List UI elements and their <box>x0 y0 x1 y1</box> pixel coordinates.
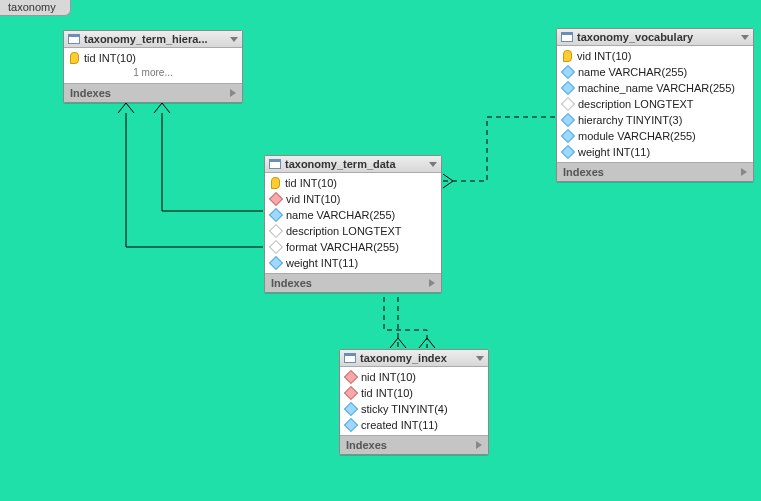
table-taxonomy-index[interactable]: taxonomy_index nid INT(10) tid INT(10) s… <box>339 349 489 455</box>
column-row[interactable]: format VARCHAR(255) <box>265 239 441 255</box>
column-list: tid INT(10) 1 more... <box>64 48 242 83</box>
column-row[interactable]: name VARCHAR(255) <box>265 207 441 223</box>
chevron-down-icon[interactable] <box>230 37 238 42</box>
key-icon <box>70 52 79 64</box>
column-row[interactable]: created INT(11) <box>340 417 488 433</box>
key-icon <box>561 145 575 159</box>
indexes-section[interactable]: Indexes <box>340 435 488 454</box>
column-row[interactable]: hierarchy TINYINT(3) <box>557 112 753 128</box>
column-row[interactable]: tid INT(10) <box>340 385 488 401</box>
column-text: module VARCHAR(255) <box>578 130 696 142</box>
expand-right-icon <box>429 279 435 287</box>
column-text: weight INT(11) <box>578 146 650 158</box>
column-text: machine_name VARCHAR(255) <box>578 82 735 94</box>
indexes-label: Indexes <box>70 87 111 99</box>
chevron-down-icon[interactable] <box>429 162 437 167</box>
column-text: tid INT(10) <box>361 387 413 399</box>
chevron-down-icon[interactable] <box>741 35 749 40</box>
column-row[interactable]: weight INT(11) <box>557 144 753 160</box>
chevron-down-icon[interactable] <box>476 356 484 361</box>
table-header[interactable]: taxonomy_index <box>340 350 488 367</box>
indexes-label: Indexes <box>271 277 312 289</box>
canvas-tab-label: taxonomy <box>8 1 56 13</box>
column-text: name VARCHAR(255) <box>578 66 687 78</box>
key-icon <box>344 418 358 432</box>
column-text: tid INT(10) <box>285 177 337 189</box>
column-row[interactable]: tid INT(10) <box>265 175 441 191</box>
table-header[interactable]: taxonomy_vocabulary <box>557 29 753 46</box>
column-row[interactable]: sticky TINYINT(4) <box>340 401 488 417</box>
canvas-tab[interactable]: taxonomy <box>0 0 71 16</box>
indexes-label: Indexes <box>346 439 387 451</box>
key-icon <box>269 256 283 270</box>
key-icon <box>269 224 283 238</box>
column-list: tid INT(10) vid INT(10) name VARCHAR(255… <box>265 173 441 273</box>
column-text: name VARCHAR(255) <box>286 209 395 221</box>
column-text: description LONGTEXT <box>578 98 694 110</box>
column-row[interactable]: nid INT(10) <box>340 369 488 385</box>
key-icon <box>561 97 575 111</box>
key-icon <box>561 81 575 95</box>
column-text: vid INT(10) <box>577 50 631 62</box>
indexes-label: Indexes <box>563 166 604 178</box>
key-icon <box>269 240 283 254</box>
more-columns-row[interactable]: 1 more... <box>64 66 242 81</box>
column-row[interactable]: weight INT(11) <box>265 255 441 271</box>
table-title: taxonomy_term_hiera... <box>84 33 226 45</box>
key-icon <box>344 370 358 384</box>
column-text: format VARCHAR(255) <box>286 241 399 253</box>
expand-right-icon <box>230 89 236 97</box>
column-text: nid INT(10) <box>361 371 416 383</box>
column-text: vid INT(10) <box>286 193 340 205</box>
table-taxonomy-term-data[interactable]: taxonomy_term_data tid INT(10) vid INT(1… <box>264 155 442 293</box>
key-icon <box>269 208 283 222</box>
column-row[interactable]: vid INT(10) <box>265 191 441 207</box>
column-row[interactable]: description LONGTEXT <box>557 96 753 112</box>
table-icon <box>68 34 80 44</box>
column-row[interactable]: machine_name VARCHAR(255) <box>557 80 753 96</box>
table-icon <box>561 32 573 42</box>
key-icon <box>561 65 575 79</box>
table-title: taxonomy_index <box>360 352 472 364</box>
table-title: taxonomy_vocabulary <box>577 31 737 43</box>
column-row[interactable]: name VARCHAR(255) <box>557 64 753 80</box>
column-row[interactable]: vid INT(10) <box>557 48 753 64</box>
column-list: nid INT(10) tid INT(10) sticky TINYINT(4… <box>340 367 488 435</box>
indexes-section[interactable]: Indexes <box>265 273 441 292</box>
table-taxonomy-term-hierarchy[interactable]: taxonomy_term_hiera... tid INT(10) 1 mor… <box>63 30 243 103</box>
expand-right-icon <box>476 441 482 449</box>
key-icon <box>271 177 280 189</box>
column-text: sticky TINYINT(4) <box>361 403 448 415</box>
table-header[interactable]: taxonomy_term_data <box>265 156 441 173</box>
column-row[interactable]: tid INT(10) <box>64 50 242 66</box>
indexes-section[interactable]: Indexes <box>557 162 753 181</box>
key-icon <box>561 113 575 127</box>
column-text: hierarchy TINYINT(3) <box>578 114 682 126</box>
column-row[interactable]: description LONGTEXT <box>265 223 441 239</box>
column-text: weight INT(11) <box>286 257 358 269</box>
key-icon <box>344 402 358 416</box>
table-icon <box>344 353 356 363</box>
expand-right-icon <box>741 168 747 176</box>
key-icon <box>563 50 572 62</box>
table-icon <box>269 159 281 169</box>
indexes-section[interactable]: Indexes <box>64 83 242 102</box>
column-list: vid INT(10) name VARCHAR(255) machine_na… <box>557 46 753 162</box>
column-text: description LONGTEXT <box>286 225 402 237</box>
key-icon <box>269 192 283 206</box>
column-row[interactable]: module VARCHAR(255) <box>557 128 753 144</box>
table-header[interactable]: taxonomy_term_hiera... <box>64 31 242 48</box>
key-icon <box>344 386 358 400</box>
column-text: tid INT(10) <box>84 52 136 64</box>
key-icon <box>561 129 575 143</box>
column-text: created INT(11) <box>361 419 438 431</box>
table-taxonomy-vocabulary[interactable]: taxonomy_vocabulary vid INT(10) name VAR… <box>556 28 754 182</box>
table-title: taxonomy_term_data <box>285 158 425 170</box>
